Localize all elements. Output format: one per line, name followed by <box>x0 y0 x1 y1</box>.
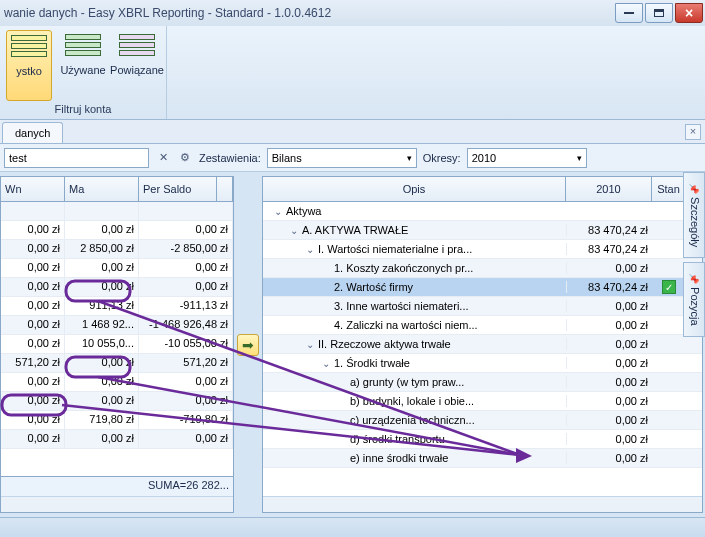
cell-opis: c) urządzenia techniczn... <box>263 414 566 426</box>
tree-row[interactable]: ⌄I. Wartości niematerialne i pra...83 47… <box>263 240 702 259</box>
tree-row[interactable]: a) grunty (w tym praw...0,00 zł <box>263 373 702 392</box>
table-row[interactable]: 0,00 zł719,80 zł-719,80 zł <box>1 411 233 430</box>
cell-ma: 0,00 zł <box>65 278 139 296</box>
tree-row[interactable]: 3. Inne wartości niemateri...0,00 zł <box>263 297 702 316</box>
expander-icon[interactable]: ⌄ <box>320 358 331 369</box>
table-row[interactable]: 0,00 zł0,00 zł0,00 zł <box>1 259 233 278</box>
col-header-2010[interactable]: 2010 <box>566 177 652 201</box>
tree-row[interactable]: e) inne środki trwałe0,00 zł <box>263 449 702 468</box>
okresy-select[interactable]: 2010 ▾ <box>467 148 587 168</box>
cell-value: 83 470,24 zł <box>566 224 652 236</box>
cell-wn: 571,20 zł <box>1 354 65 372</box>
ribbon-btn-wszystko[interactable]: ystko <box>6 30 52 101</box>
cell-persaldo <box>139 202 233 220</box>
cell-value: 0,00 zł <box>566 300 652 312</box>
table-row[interactable]: 0,00 zł0,00 zł0,00 zł <box>1 373 233 392</box>
tree-label: 4. Zaliczki na wartości niem... <box>334 319 478 331</box>
cell-opis: ⌄II. Rzeczowe aktywa trwałe <box>263 338 566 350</box>
cell-opis: ⌄A. AKTYWA TRWAŁE <box>263 224 566 236</box>
table-row[interactable]: 571,20 zł0,00 zł571,20 zł <box>1 354 233 373</box>
tree-row[interactable]: ⌄A. AKTYWA TRWAŁE83 470,24 zł <box>263 221 702 240</box>
check-icon: ✓ <box>662 280 676 294</box>
ribbon-btn-powiazane[interactable]: Powiązane <box>114 30 160 101</box>
tree-row[interactable]: d) środki transportu0,00 zł <box>263 430 702 449</box>
col-header-wn[interactable]: Wn <box>1 177 65 201</box>
table-row[interactable]: 0,00 zł0,00 zł0,00 zł <box>1 430 233 449</box>
cell-value: 0,00 zł <box>566 338 652 350</box>
tree-row[interactable]: ⌄Aktywa <box>263 202 702 221</box>
tree-label: 1. Koszty zakończonych pr... <box>334 262 473 274</box>
table-row[interactable]: 0,00 zł1 468 92...-1 468 926,48 zł <box>1 316 233 335</box>
transfer-right-button[interactable]: ➡ <box>237 334 259 356</box>
tree-label: a) grunty (w tym praw... <box>350 376 464 388</box>
tab-danych[interactable]: danych <box>2 122 63 143</box>
side-tab-szczegoly[interactable]: 📌 Szczegóły <box>683 172 705 258</box>
expander-icon[interactable]: ⌄ <box>288 225 299 236</box>
cell-opis: ⌄I. Wartości niematerialne i pra... <box>263 243 566 255</box>
table-row[interactable]: 0,00 zł2 850,00 zł-2 850,00 zł <box>1 240 233 259</box>
tree-row[interactable]: 2. Wartość firmy83 470,24 zł✓ <box>263 278 702 297</box>
cell-wn: 0,00 zł <box>1 316 65 334</box>
ribbon-group-filtruj: ystko Używane Powiązane Filtruj konta <box>0 26 167 119</box>
table-row[interactable]: 0,00 zł10 055,0...-10 055,00 zł <box>1 335 233 354</box>
minimize-icon <box>624 12 634 14</box>
cell-persaldo: -1 468 926,48 zł <box>139 316 233 334</box>
side-tab-pozycja[interactable]: 📌 Pozycja <box>683 262 705 337</box>
cell-value: 83 470,24 zł <box>566 243 652 255</box>
zestawienia-select[interactable]: Bilans ▾ <box>267 148 417 168</box>
tree-row[interactable]: ⌄1. Środki trwałe0,00 zł <box>263 354 702 373</box>
horizontal-scrollbar[interactable] <box>1 496 233 512</box>
col-header-ma[interactable]: Ma <box>65 177 139 201</box>
tree-label: Aktywa <box>286 205 321 217</box>
table-row[interactable] <box>1 202 233 221</box>
tree-row[interactable]: ⌄II. Rzeczowe aktywa trwałe0,00 zł <box>263 335 702 354</box>
cell-value: 0,00 zł <box>566 319 652 331</box>
cell-persaldo: 0,00 zł <box>139 278 233 296</box>
col-header-stan[interactable]: Stan <box>652 177 686 201</box>
expander-spacer <box>336 434 347 445</box>
cell-value: 83 470,24 zł <box>566 281 652 293</box>
ribbon: ystko Używane Powiązane Filtruj konta <box>0 26 705 120</box>
okresy-label: Okresy: <box>423 152 461 164</box>
cell-opis: b) budynki, lokale i obie... <box>263 395 566 407</box>
maximize-button[interactable] <box>645 3 673 23</box>
cell-wn: 0,00 zł <box>1 430 65 448</box>
cell-ma: 0,00 zł <box>65 354 139 372</box>
expander-icon[interactable]: ⌄ <box>304 339 315 350</box>
table-row[interactable]: 0,00 zł0,00 zł0,00 zł <box>1 221 233 240</box>
table-row[interactable]: 0,00 zł911,13 zł-911,13 zł <box>1 297 233 316</box>
ribbon-label: Używane <box>60 64 105 76</box>
side-tab-label: Szczegóły <box>689 197 701 247</box>
table-row[interactable]: 0,00 zł0,00 zł0,00 zł <box>1 392 233 411</box>
col-header-opis[interactable]: Opis <box>263 177 566 201</box>
cell-wn: 0,00 zł <box>1 259 65 277</box>
grid-body[interactable]: 0,00 zł0,00 zł0,00 zł0,00 zł2 850,00 zł-… <box>1 202 233 476</box>
sub-tab-bar: danych × <box>0 120 705 144</box>
tab-close-button[interactable]: × <box>685 124 701 140</box>
cell-ma: 1 468 92... <box>65 316 139 334</box>
tree-row[interactable]: b) budynki, lokale i obie...0,00 zł <box>263 392 702 411</box>
window-controls: × <box>613 3 703 23</box>
gear-icon[interactable]: ⚙ <box>177 150 193 166</box>
cell-value: 0,00 zł <box>566 262 652 274</box>
minimize-button[interactable] <box>615 3 643 23</box>
cell-opis: 3. Inne wartości niemateri... <box>263 300 566 312</box>
expander-spacer <box>320 320 331 331</box>
expander-icon[interactable]: ⌄ <box>272 206 283 217</box>
title-bar: wanie danych - Easy XBRL Reporting - Sta… <box>0 0 705 26</box>
tree-row[interactable]: 1. Koszty zakończonych pr...0,00 zł <box>263 259 702 278</box>
tree-row[interactable]: 4. Zaliczki na wartości niem...0,00 zł <box>263 316 702 335</box>
col-header-persaldo[interactable]: Per Saldo <box>139 177 217 201</box>
clear-icon[interactable]: ✕ <box>155 150 171 166</box>
close-button[interactable]: × <box>675 3 703 23</box>
tree-row[interactable]: c) urządzenia techniczn...0,00 zł <box>263 411 702 430</box>
maximize-icon <box>654 9 664 17</box>
search-input[interactable] <box>4 148 149 168</box>
expander-icon[interactable]: ⌄ <box>304 244 315 255</box>
cell-opis: a) grunty (w tym praw... <box>263 376 566 388</box>
horizontal-scrollbar[interactable] <box>263 496 702 512</box>
tree-body[interactable]: ⌄Aktywa⌄A. AKTYWA TRWAŁE83 470,24 zł⌄I. … <box>263 202 702 496</box>
table-row[interactable]: 0,00 zł0,00 zł0,00 zł <box>1 278 233 297</box>
cell-ma <box>65 202 139 220</box>
ribbon-btn-uzywane[interactable]: Używane <box>60 30 106 101</box>
